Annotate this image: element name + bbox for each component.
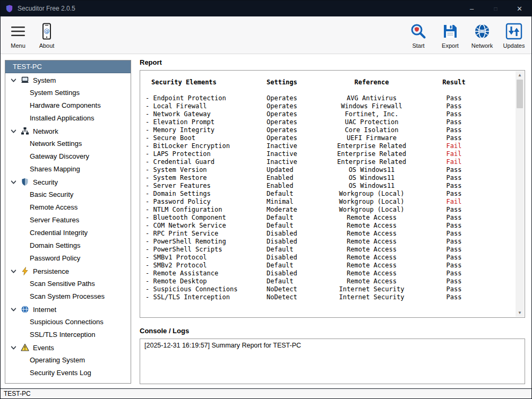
network-label: Network (471, 42, 493, 49)
report-cell-element: - Endpoint Protection (145, 94, 267, 102)
column-result: Result (409, 79, 499, 86)
tree-item-suspicious-connections[interactable]: Suspicious Connections (5, 316, 131, 328)
report-cell-result: Pass (409, 94, 499, 102)
tree-item-basic-security[interactable]: Basic Security (5, 188, 131, 201)
tree-group-network[interactable]: Network (5, 125, 131, 137)
tree-item-ssl-tls-interception[interactable]: SSL/TLS Interception (5, 328, 131, 341)
sidebar-tree: System System Settings Hardware Componen… (5, 73, 131, 379)
globe-icon (474, 22, 491, 41)
tree-item-domain-settings[interactable]: Domain Settings (5, 239, 131, 252)
report-cell-reference: OS Windows11 (334, 182, 409, 190)
scroll-up-icon[interactable]: ▲ (516, 71, 524, 79)
tree-item-server-features[interactable]: Server Features (5, 214, 131, 227)
tree-item-system-settings[interactable]: System Settings (5, 86, 131, 99)
report-cell-reference: Remote Access (334, 246, 409, 254)
report-rows: - Endpoint Protection Operates AVG Antiv… (145, 94, 511, 301)
report-row: - NTLM Configuration Moderate Workgroup … (145, 206, 511, 214)
report-cell-element: - Memory Integrity (145, 126, 267, 134)
tree-item-installed-applications[interactable]: Installed Applications (5, 112, 131, 125)
menu-label: Menu (11, 42, 25, 49)
minimize-button[interactable]: – (460, 1, 484, 16)
app-logo-icon (5, 4, 13, 13)
report-cell-setting: Enabled (267, 174, 334, 182)
report-cell-reference: Enterprise Related (334, 150, 409, 158)
content: Report Security Elements Settings Refere… (140, 58, 525, 388)
report-cell-result: Pass (409, 285, 499, 293)
network-button[interactable]: Network (470, 22, 494, 49)
lightning-icon (20, 267, 29, 275)
report-cell-setting: Default (267, 277, 334, 285)
chevron-down-icon[interactable] (11, 77, 16, 83)
report-row: - Local Firewall Operates Windows Firewa… (145, 102, 511, 110)
report-cell-reference: Remote Access (334, 262, 409, 270)
statusbar-text: TEST-PC (4, 390, 31, 397)
chevron-down-icon[interactable] (11, 179, 16, 185)
chevron-down-icon[interactable] (11, 307, 16, 313)
report-row: - Secure Boot Operates UEFI Firmware Pas… (145, 134, 511, 142)
report-cell-result: Pass (409, 293, 499, 301)
report-cell-element: - Domain Settings (145, 190, 267, 198)
tree-item-remote-access[interactable]: Remote Access (5, 201, 131, 214)
report-cell-reference: Remote Access (334, 270, 409, 277)
menu-button[interactable]: Menu (6, 22, 30, 49)
report-cell-result: Fail (409, 198, 499, 206)
updates-button[interactable]: Updates (502, 22, 526, 49)
scroll-down-icon[interactable]: ▼ (516, 309, 524, 317)
report-cell-element: - COM Network Service (145, 222, 267, 230)
report-row: - Elevation Prompt Operates UAC Protecti… (145, 118, 511, 126)
report-cell-reference: Internet Security (334, 285, 409, 293)
sidebar-root-node[interactable]: TEST-PC (5, 60, 131, 73)
update-arrows-icon (505, 22, 522, 41)
report-scrollbar[interactable]: ▲ ▼ (516, 71, 524, 317)
report-cell-reference: Remote Access (334, 222, 409, 230)
tree-item-scan-sensitive-paths[interactable]: Scan Sensitive Paths (5, 277, 131, 290)
report-row: - Domain Settings Default Workgroup (Loc… (145, 190, 511, 198)
tree-group-security[interactable]: Security (5, 176, 131, 188)
chevron-down-icon[interactable] (11, 128, 16, 134)
svg-text:@: @ (44, 28, 50, 34)
export-button[interactable]: Export (438, 22, 462, 49)
report-cell-result: Fail (409, 142, 499, 150)
tree-group-persistence[interactable]: Persistence (5, 265, 131, 277)
report-cell-reference: UEFI Firmware (334, 134, 409, 142)
scrollbar-thumb[interactable] (517, 80, 523, 108)
tree-group-events[interactable]: Events (5, 341, 131, 354)
tree-item-gateway-discovery[interactable]: Gateway Discovery (5, 150, 131, 163)
report-cell-setting: Default (267, 222, 334, 230)
tree-item-security-events-log[interactable]: Security Events Log (5, 367, 131, 379)
report-cell-element: - SSL/TLS Interception (145, 293, 267, 301)
tree-item-password-policy[interactable]: Password Policy (5, 252, 131, 265)
chevron-down-icon[interactable] (11, 345, 16, 351)
report-cell-setting: Enabled (267, 182, 334, 190)
report-row: - PowerShell Scripts Default Remote Acce… (145, 246, 511, 254)
tree-item-scan-system-processes[interactable]: Scan System Processes (5, 290, 131, 303)
column-security-elements: Security Elements (145, 79, 267, 86)
report-cell-result: Pass (409, 166, 499, 174)
chevron-down-icon[interactable] (11, 268, 16, 274)
report-cell-setting: Operates (267, 118, 334, 126)
report-cell-setting: Default (267, 190, 334, 198)
tree-item-network-settings[interactable]: Network Settings (5, 137, 131, 150)
about-button[interactable]: @ About (35, 22, 59, 49)
tree-item-operating-system[interactable]: Operating System (5, 354, 131, 367)
report-cell-element: - Bluetooth Component (145, 214, 267, 222)
tree-item-shares-mapping[interactable]: Shares Mapping (5, 163, 131, 176)
report-cell-result: Pass (409, 277, 499, 285)
report-row: - SMBv1 Protocol Disabled Remote Access … (145, 254, 511, 262)
report-cell-setting: Operates (267, 102, 334, 110)
report-cell-setting: Disabled (267, 238, 334, 246)
close-button[interactable]: ✕ (508, 1, 531, 16)
report-row: - Bluetooth Component Default Remote Acc… (145, 214, 511, 222)
tree-item-credential-integrity[interactable]: Credential Integrity (5, 227, 131, 239)
tree-item-hardware-components[interactable]: Hardware Components (5, 99, 131, 112)
maximize-button[interactable]: □ (484, 1, 508, 16)
report-title: Report (140, 58, 525, 66)
report-cell-element: - LAPS Protection (145, 150, 267, 158)
report-cell-setting: Moderate (267, 206, 334, 214)
report-row: - Password Policy Minimal Workgroup (Loc… (145, 198, 511, 206)
report-row: - Network Gateway Operates Fortinet, Inc… (145, 110, 511, 118)
start-label: Start (412, 42, 424, 49)
tree-group-internet[interactable]: Internet (5, 303, 131, 316)
tree-group-system[interactable]: System (5, 74, 131, 86)
start-button[interactable]: Start (406, 22, 431, 49)
